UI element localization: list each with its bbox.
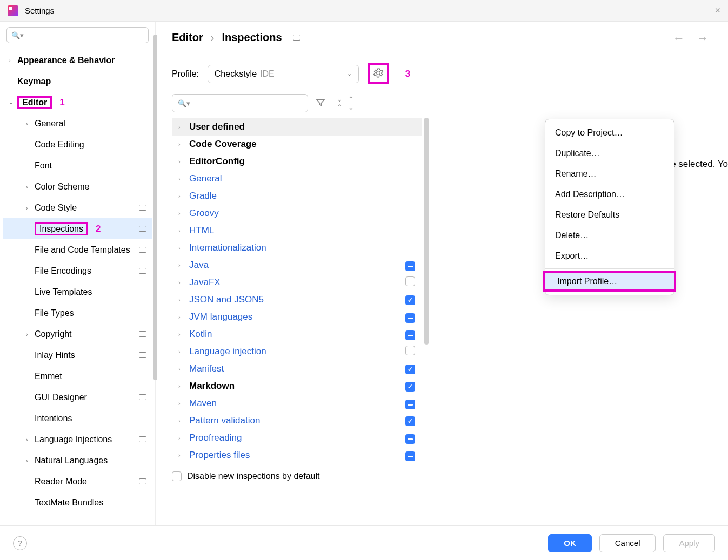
inspection-item[interactable]: ›JVM languages (172, 308, 422, 326)
sidebar-item-file-types[interactable]: File Types (3, 302, 152, 323)
nav-back-icon[interactable]: ← (673, 31, 685, 45)
sidebar-item-color-scheme[interactable]: ›Color Scheme (3, 176, 152, 197)
sidebar-item-textmate-bundles[interactable]: TextMate Bundles (3, 492, 152, 513)
ok-button[interactable]: OK (548, 534, 592, 552)
project-scope-icon (139, 331, 146, 337)
profile-select[interactable]: Checkstyle IDE ⌄ (208, 65, 359, 83)
checkbox-mixed-icon[interactable] (405, 313, 415, 323)
checkbox-mixed-icon[interactable] (405, 330, 415, 340)
breadcrumb-editor[interactable]: Editor (172, 31, 203, 44)
inspection-tree[interactable]: ›User defined›Code Coverage›EditorConfig… (172, 118, 422, 464)
inspection-name: JavaFX (189, 277, 221, 288)
profile-label: Profile: (172, 69, 199, 79)
popup-item-import-profile[interactable]: Import Profile… (543, 271, 676, 292)
sidebar-item-editor[interactable]: ⌄Editor1 (3, 92, 152, 113)
checkbox-checked-icon[interactable]: ✓ (405, 365, 415, 374)
inspection-item[interactable]: ›Internationalization (172, 239, 422, 257)
sidebar-item-code-editing[interactable]: Code Editing (3, 134, 152, 155)
sidebar-search-input[interactable]: 🔍▾ (6, 27, 149, 43)
chevron-right-icon: › (178, 331, 189, 338)
inspection-item[interactable]: ›Properties files (172, 447, 422, 464)
popup-item-duplicate[interactable]: Duplicate… (545, 143, 674, 164)
inspection-item[interactable]: ›Manifest✓ (172, 360, 422, 377)
inspection-item[interactable]: ›Markdown✓ (172, 377, 422, 395)
inspection-item[interactable]: ›EditorConfig (172, 153, 422, 170)
cancel-button[interactable]: Cancel (599, 534, 656, 552)
annotation-box-3 (368, 63, 389, 84)
sidebar-item-appearance-behavior[interactable]: ›Appearance & Behavior (3, 50, 152, 71)
chevron-icon: › (26, 331, 35, 338)
sidebar-item-gui-designer[interactable]: GUI Designer (3, 387, 152, 408)
inspection-item[interactable]: ›Language injection (172, 343, 422, 360)
sidebar-item-file-encodings[interactable]: File Encodings (3, 260, 152, 281)
gear-icon[interactable] (373, 68, 384, 80)
expand-all-icon[interactable]: ⌄⌃ (337, 95, 343, 111)
sidebar-item-copyright[interactable]: ›Copyright (3, 323, 152, 345)
disable-new-checkbox[interactable] (172, 471, 182, 481)
sidebar-item-font[interactable]: Font (3, 155, 152, 176)
inspection-item[interactable]: ›HTML (172, 222, 422, 239)
inspection-name: Internationalization (189, 242, 266, 253)
annotation-number-2: 2 (96, 224, 101, 234)
inspection-item[interactable]: ›Kotlin (172, 326, 422, 343)
sidebar-item-label: Code Editing (35, 140, 84, 150)
chevron-right-icon: › (178, 314, 189, 320)
sidebar-item-inspections[interactable]: Inspections2 (3, 218, 152, 239)
chevron-right-icon: › (178, 176, 189, 182)
popup-item-rename[interactable]: Rename… (545, 164, 674, 184)
checkbox-mixed-icon[interactable] (405, 434, 415, 444)
sidebar-item-inlay-hints[interactable]: Inlay Hints (3, 345, 152, 366)
inspection-item[interactable]: ›Pattern validation✓ (172, 412, 422, 429)
checkbox-checked-icon[interactable]: ✓ (405, 382, 415, 392)
help-icon[interactable]: ? (13, 536, 27, 550)
popup-item-restore-defaults[interactable]: Restore Defaults (545, 205, 674, 225)
sidebar-item-general[interactable]: ›General (3, 113, 152, 134)
inspection-name: Manifest (189, 363, 224, 374)
chevron-right-icon: › (178, 383, 189, 389)
popup-item-copy-to-project[interactable]: Copy to Project… (545, 123, 674, 143)
inspection-name: Java (189, 260, 209, 271)
inspection-item[interactable]: ›JSON and JSON5✓ (172, 291, 422, 308)
popup-item-delete[interactable]: Delete… (545, 225, 674, 246)
inspection-item[interactable]: ›Groovy (172, 205, 422, 222)
nav-forward-icon[interactable]: → (697, 31, 709, 45)
checkbox-mixed-icon[interactable] (405, 451, 415, 461)
checkbox-checked-icon[interactable]: ✓ (405, 295, 415, 305)
popup-item-add-description[interactable]: Add Description… (545, 184, 674, 205)
inspection-item[interactable]: ›Gradle (172, 187, 422, 205)
inspection-name: HTML (189, 225, 214, 236)
inspection-search-input[interactable]: 🔍▾ (172, 94, 308, 112)
sidebar-item-label: Color Scheme (35, 182, 89, 192)
sidebar-item-emmet[interactable]: Emmet (3, 366, 152, 387)
sidebar-item-label: Reader Mode (35, 477, 87, 487)
sidebar-item-intentions[interactable]: Intentions (3, 408, 152, 429)
inspection-item[interactable]: ›JavaFX (172, 274, 422, 291)
checkbox-checked-icon[interactable]: ✓ (405, 416, 415, 426)
chevron-right-icon: › (178, 400, 189, 407)
popup-item-export[interactable]: Export… (545, 246, 674, 266)
sidebar-item-label: Font (35, 161, 52, 171)
sidebar-item-keymap[interactable]: Keymap (3, 71, 152, 92)
sidebar-item-code-style[interactable]: ›Code Style (3, 197, 152, 218)
checkbox-empty-icon[interactable] (405, 276, 415, 286)
sidebar-item-language-injections[interactable]: ›Language Injections (3, 429, 152, 450)
sidebar-item-live-templates[interactable]: Live Templates (3, 281, 152, 302)
sidebar-item-reader-mode[interactable]: Reader Mode (3, 471, 152, 492)
checkbox-mixed-icon[interactable] (405, 261, 415, 271)
checkbox-empty-icon[interactable] (405, 346, 415, 355)
inspection-item[interactable]: ›Maven (172, 395, 422, 412)
inspection-item[interactable]: ›User defined (172, 118, 422, 136)
inspection-item[interactable]: ›Code Coverage (172, 136, 422, 153)
apply-button[interactable]: Apply (663, 534, 715, 552)
inspection-item[interactable]: ›Java (172, 257, 422, 274)
checkbox-mixed-icon[interactable] (405, 400, 415, 409)
sidebar-item-label: File Types (35, 308, 74, 318)
sidebar-item-natural-languages[interactable]: ›Natural Languages (3, 450, 152, 471)
close-icon[interactable]: × (714, 5, 720, 16)
sidebar-item-file-and-code-templates[interactable]: File and Code Templates (3, 239, 152, 260)
inspection-item[interactable]: ›General (172, 170, 422, 187)
filter-icon[interactable] (316, 98, 325, 109)
collapse-all-icon[interactable]: ⌃⌄ (348, 95, 354, 111)
inspection-item[interactable]: ›Proofreading (172, 429, 422, 447)
inspection-scrollbar[interactable] (424, 118, 429, 345)
